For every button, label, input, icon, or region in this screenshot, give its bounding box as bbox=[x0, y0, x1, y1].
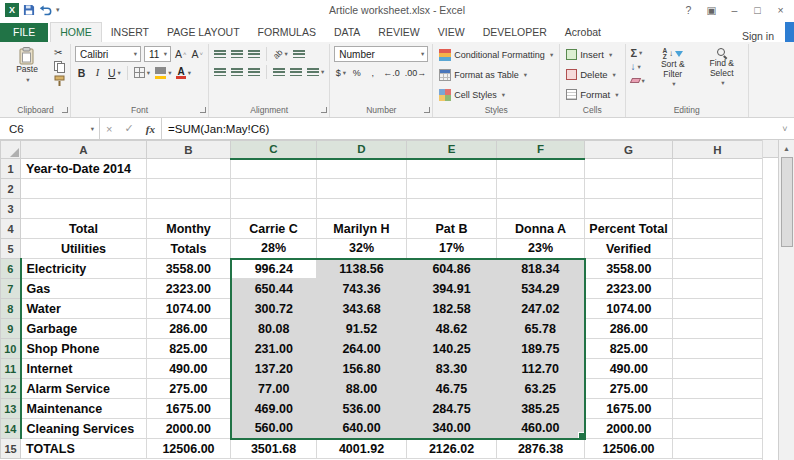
cell-B13[interactable]: 1675.00 bbox=[147, 399, 231, 419]
cell-A12[interactable]: Alarm Service bbox=[21, 379, 147, 399]
tab-view[interactable]: VIEW bbox=[429, 23, 474, 42]
paste-dropdown-icon[interactable]: ▾ bbox=[26, 75, 29, 85]
tab-file[interactable]: FILE bbox=[0, 23, 48, 42]
format-as-table-button[interactable]: Format as Table ▾ bbox=[437, 66, 555, 83]
copy-icon[interactable] bbox=[53, 60, 66, 73]
cell-C12[interactable]: 77.00 bbox=[231, 379, 317, 399]
cell-G9[interactable]: 286.00 bbox=[585, 319, 673, 339]
cell-C3[interactable] bbox=[231, 199, 317, 219]
delete-button[interactable]: Delete ▾ bbox=[564, 66, 620, 83]
cell-A10[interactable]: Shop Phone bbox=[21, 339, 147, 359]
save-icon[interactable] bbox=[23, 4, 35, 16]
restore-button[interactable]: □ bbox=[746, 4, 769, 16]
cell-E14[interactable]: 340.00 bbox=[407, 419, 497, 439]
font-size-select[interactable]: 11▾ bbox=[144, 46, 171, 62]
cell-C10[interactable]: 231.00 bbox=[231, 339, 317, 359]
format-button[interactable]: Format ▾ bbox=[564, 86, 620, 103]
cell-B4[interactable]: Monthy bbox=[147, 219, 231, 239]
minimize-button[interactable]: – bbox=[723, 4, 746, 16]
cell-D10[interactable]: 264.00 bbox=[317, 339, 407, 359]
cell-D5[interactable]: 32% bbox=[317, 239, 407, 259]
paste-button[interactable]: Paste ▾ bbox=[5, 46, 49, 104]
close-button[interactable]: × bbox=[769, 4, 792, 16]
cell-C15[interactable]: 3501.68 bbox=[231, 439, 317, 459]
cell-G7[interactable]: 2323.00 bbox=[585, 279, 673, 299]
cell-D12[interactable]: 88.00 bbox=[317, 379, 407, 399]
cell-E1[interactable] bbox=[407, 159, 497, 179]
cell-C13[interactable]: 469.00 bbox=[231, 399, 317, 419]
cell-H5[interactable] bbox=[673, 239, 763, 259]
align-middle-button[interactable] bbox=[230, 46, 244, 61]
cell-F12[interactable]: 63.25 bbox=[497, 379, 585, 399]
column-header-E[interactable]: E bbox=[407, 141, 497, 159]
tab-data[interactable]: DATA bbox=[325, 23, 369, 42]
tab-page-layout[interactable]: PAGE LAYOUT bbox=[158, 23, 249, 42]
cell-E2[interactable] bbox=[407, 179, 497, 199]
cell-F8[interactable]: 247.02 bbox=[497, 299, 585, 319]
cell-A1[interactable]: Year-to-Date 2014 bbox=[21, 159, 147, 179]
cell-D14[interactable]: 640.00 bbox=[317, 419, 407, 439]
cell-F1[interactable] bbox=[497, 159, 585, 179]
cell-F7[interactable]: 534.29 bbox=[497, 279, 585, 299]
align-left-button[interactable] bbox=[213, 64, 227, 79]
cell-C6[interactable]: 996.24 bbox=[231, 259, 317, 279]
cell-D9[interactable]: 91.52 bbox=[317, 319, 407, 339]
cell-D7[interactable]: 743.36 bbox=[317, 279, 407, 299]
merge-center-button[interactable]: ▾ bbox=[306, 64, 325, 79]
cell-H13[interactable] bbox=[673, 399, 763, 419]
cell-E6[interactable]: 604.86 bbox=[407, 259, 497, 279]
name-box[interactable]: C6 ▾ bbox=[0, 118, 100, 139]
cell-D8[interactable]: 343.68 bbox=[317, 299, 407, 319]
borders-button[interactable]: ▾ bbox=[133, 65, 151, 80]
cell-G4[interactable]: Percent Total bbox=[585, 219, 673, 239]
row-header-8[interactable]: 8 bbox=[1, 299, 21, 319]
formula-bar-expand-icon[interactable]: ˅ bbox=[776, 118, 794, 139]
decrease-decimal-button[interactable]: .00→ bbox=[404, 65, 428, 80]
orientation-button[interactable]: ab▾ bbox=[272, 46, 289, 61]
cell-G3[interactable] bbox=[585, 199, 673, 219]
cell-H15[interactable] bbox=[673, 439, 763, 459]
cell-B5[interactable]: Totals bbox=[147, 239, 231, 259]
formula-input[interactable]: =SUM(Jan:May!C6) bbox=[162, 118, 776, 139]
chevron-down-icon[interactable]: ▾ bbox=[164, 50, 167, 58]
cell-E11[interactable]: 83.30 bbox=[407, 359, 497, 379]
row-header-11[interactable]: 11 bbox=[1, 359, 21, 379]
cell-B14[interactable]: 2000.00 bbox=[147, 419, 231, 439]
row-header-14[interactable]: 14 bbox=[1, 419, 21, 439]
qat-customize-dropdown-icon[interactable]: ▾ bbox=[56, 6, 60, 14]
align-bottom-button[interactable] bbox=[247, 46, 261, 61]
help-button[interactable]: ? bbox=[677, 4, 700, 16]
row-header-10[interactable]: 10 bbox=[1, 339, 21, 359]
clipboard-dialog-launcher-icon[interactable] bbox=[62, 107, 68, 113]
percent-style-button[interactable]: % bbox=[350, 65, 363, 80]
row-header-13[interactable]: 13 bbox=[1, 399, 21, 419]
cell-styles-button[interactable]: Cell Styles ▾ bbox=[437, 86, 555, 103]
undo-icon[interactable] bbox=[39, 5, 52, 16]
cell-C4[interactable]: Carrie C bbox=[231, 219, 317, 239]
cell-C7[interactable]: 650.44 bbox=[231, 279, 317, 299]
vertical-scrollbar[interactable]: ▲ bbox=[778, 140, 794, 460]
column-header-G[interactable]: G bbox=[585, 141, 673, 159]
cell-B6[interactable]: 3558.00 bbox=[147, 259, 231, 279]
cell-E9[interactable]: 48.62 bbox=[407, 319, 497, 339]
name-box-dropdown-icon[interactable]: ▾ bbox=[91, 125, 94, 133]
grow-font-button[interactable]: A˄ bbox=[174, 47, 188, 62]
cell-A7[interactable]: Gas bbox=[21, 279, 147, 299]
cell-G11[interactable]: 490.00 bbox=[585, 359, 673, 379]
cell-A14[interactable]: Cleaning Services bbox=[21, 419, 147, 439]
increase-indent-button[interactable] bbox=[289, 64, 303, 79]
row-header-1[interactable]: 1 bbox=[1, 159, 21, 179]
autosum-button[interactable]: Σ▾ bbox=[630, 46, 646, 59]
column-header-B[interactable]: B bbox=[147, 141, 231, 159]
cell-E12[interactable]: 46.75 bbox=[407, 379, 497, 399]
cell-F6[interactable]: 818.34 bbox=[497, 259, 585, 279]
cell-H9[interactable] bbox=[673, 319, 763, 339]
cell-D11[interactable]: 156.80 bbox=[317, 359, 407, 379]
cell-H8[interactable] bbox=[673, 299, 763, 319]
cell-D4[interactable]: Marilyn H bbox=[317, 219, 407, 239]
shrink-font-button[interactable]: A˅ bbox=[191, 47, 205, 62]
cell-A15[interactable]: TOTALS bbox=[21, 439, 147, 459]
row-header-12[interactable]: 12 bbox=[1, 379, 21, 399]
cell-D3[interactable] bbox=[317, 199, 407, 219]
column-header-F[interactable]: F bbox=[497, 141, 585, 159]
